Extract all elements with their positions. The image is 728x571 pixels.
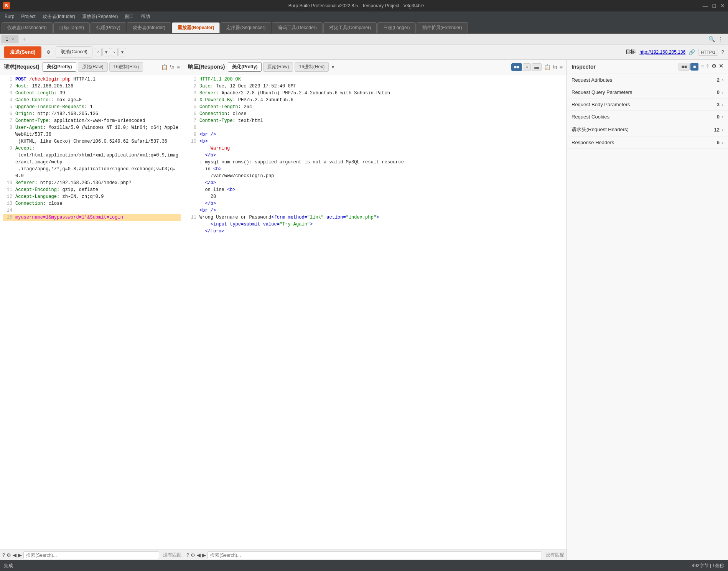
menu-tab-icon[interactable]: ⋮ (718, 36, 723, 42)
response-tab-hex[interactable]: 16进制(Hex) (295, 62, 329, 72)
settings-icon-button[interactable]: ⚙ (44, 48, 53, 56)
response-search-input[interactable] (208, 551, 542, 559)
inspector-view-btn-1[interactable]: ■■ (679, 63, 690, 71)
link-icon[interactable]: 🔗 (688, 49, 695, 55)
inspector-row-request-query[interactable]: Request Query Parameters 0 › (567, 86, 728, 99)
request-tab-pretty[interactable]: 美化(Pretty) (43, 62, 76, 72)
menu-help[interactable]: 帮助 (138, 12, 153, 21)
send-button[interactable]: 发送(Send) (4, 46, 41, 58)
response-footer-settings-icon[interactable]: ⚙ (191, 552, 195, 558)
resp-line-10k: <br /> (187, 207, 563, 214)
search-tab-icon[interactable]: 🔍 (708, 36, 715, 42)
inspector-view-btn-2[interactable]: ■ (690, 63, 698, 71)
nav-prev-button[interactable]: ‹ (95, 48, 102, 56)
inspector-count-2: 3 (717, 102, 720, 107)
tab-comparer[interactable]: 对比工具(Comparer) (323, 22, 377, 33)
target-label: 目标: (626, 49, 636, 55)
maximize-button[interactable]: □ (713, 3, 716, 9)
inspector-count-5: 6 (717, 140, 720, 145)
response-tab-pretty[interactable]: 美化(Pretty) (228, 62, 262, 72)
resp-line-7: 7 Content-Type: text/html (187, 117, 563, 124)
inspector-panel: Inspector ■■ ■ ≡ ÷ ⚙ ✕ Request Attribute… (567, 60, 728, 560)
inspector-icons: ■■ ■ ≡ ÷ ⚙ ✕ (679, 63, 723, 71)
inspector-split-icon[interactable]: ÷ (706, 63, 709, 71)
request-newline-icon[interactable]: \n (170, 64, 175, 70)
response-footer-help-icon[interactable]: ? (186, 552, 189, 558)
view-btn-split[interactable]: ■■ (511, 63, 522, 71)
nav-next-button[interactable]: › (111, 48, 118, 56)
response-title: 响应(Respons) (188, 64, 225, 71)
request-search-input[interactable] (23, 551, 159, 559)
close-tab-icon[interactable]: ✕ (11, 37, 14, 41)
inspector-label-request-query: Request Query Parameters (572, 89, 632, 95)
minimize-button[interactable]: — (703, 3, 708, 9)
response-newline-icon[interactable]: \n (553, 64, 557, 70)
inspector-close-icon[interactable]: ✕ (719, 63, 723, 71)
response-footer-next-icon[interactable]: ▶ (202, 552, 206, 558)
inspector-count-1: 0 (717, 89, 720, 95)
request-code-area[interactable]: 1 POST /checklogin.php HTTP/1.1 2 Host: … (0, 74, 184, 550)
menu-burp[interactable]: Burp (2, 13, 17, 20)
resp-line-9: 9 <br /> (187, 131, 563, 138)
request-footer-help-icon[interactable]: ? (2, 552, 5, 558)
inspector-label-request-cookies: Request Cookies (572, 114, 609, 120)
request-footer-settings-icon[interactable]: ⚙ (7, 552, 11, 558)
req-line-2: 2 Host: 192.168.205.136 (3, 83, 181, 90)
inspector-row-request-headers[interactable]: 请求头(Request Headers) 12 › (567, 123, 728, 137)
response-tab-raw[interactable]: 原始(Raw) (263, 62, 293, 72)
tab-target[interactable]: 目标(Target) (53, 22, 90, 33)
response-footer-prev-icon[interactable]: ◀ (197, 552, 201, 558)
req-line-3: 3 Content-Length: 39 (3, 90, 181, 97)
status-left: 完成 (4, 563, 13, 569)
response-tab-dropdown-icon[interactable]: ▾ (330, 64, 336, 70)
tab-repeater[interactable]: 重放器(Repeater) (172, 22, 220, 33)
add-tab-button[interactable]: + (20, 36, 28, 43)
help-icon[interactable]: ? (721, 49, 724, 55)
request-footer-next-icon[interactable]: ▶ (18, 552, 22, 558)
inspector-list-icon[interactable]: ≡ (701, 63, 704, 71)
inspector-settings-icon[interactable]: ⚙ (712, 63, 716, 71)
repeater-tab-1[interactable]: 1 ✕ (2, 35, 18, 43)
request-footer-prev-icon[interactable]: ◀ (13, 552, 16, 558)
menu-window[interactable]: 窗口 (122, 12, 137, 21)
inspector-row-request-cookies[interactable]: Request Cookies 0 › (567, 111, 728, 123)
resp-line-11b: <input type=submit value="Try Again"> (187, 221, 563, 228)
cancel-button[interactable]: 取消(Cancel) (56, 46, 92, 58)
title-right[interactable]: — □ ✕ (703, 3, 725, 9)
inspector-row-request-body[interactable]: Request Body Parameters 3 › (567, 99, 728, 111)
tab-decoder[interactable]: 编码工具(Decoder) (272, 22, 322, 33)
inspector-count-0: 2 (717, 77, 720, 83)
response-copy-icon[interactable]: 📋 (544, 64, 550, 70)
view-toggle: ■■ ≡ ▬ (511, 63, 542, 71)
request-menu-icon[interactable]: ≡ (177, 64, 180, 70)
title-bar: B Burp Suite Professional v2022.8.5 - Te… (0, 0, 728, 12)
menu-intruder[interactable]: 攻击者(Intruder) (40, 12, 78, 21)
view-btn-block[interactable]: ▬ (532, 63, 542, 71)
tab-sequencer[interactable]: 定序器(Sequencer) (221, 22, 271, 33)
tab-logger[interactable]: 日志(Logger) (377, 22, 415, 33)
tab-intruder[interactable]: 攻击者(Intruder) (127, 22, 171, 33)
request-copy-icon[interactable]: 📋 (161, 64, 168, 70)
response-menu-icon[interactable]: ≡ (560, 64, 563, 70)
inspector-right-1: 0 › (717, 89, 723, 95)
request-tab-raw[interactable]: 原始(Raw) (78, 62, 108, 72)
title-left: B (3, 2, 10, 9)
nav-down-button[interactable]: ▾ (102, 48, 110, 56)
close-button[interactable]: ✕ (720, 3, 725, 9)
response-code-area[interactable]: 1 HTTP/1.1 200 OK 2 Date: Tue, 12 Dec 20… (184, 74, 567, 550)
menu-repeater[interactable]: 重放器(Repeater) (79, 12, 121, 21)
tab-proxy[interactable]: 代理(Proxy) (91, 22, 126, 33)
menu-project[interactable]: Project (18, 13, 38, 20)
view-btn-list[interactable]: ≡ (523, 63, 531, 71)
main-content: 请求(Request) 美化(Pretty) 原始(Raw) 16进制(Hex)… (0, 60, 728, 560)
tab-extender[interactable]: 插件扩展(Extender) (417, 22, 468, 33)
request-tab-hex[interactable]: 16进制(Hex) (109, 62, 143, 72)
target-url[interactable]: http://192.168.205.136 (639, 49, 685, 55)
inspector-row-response-headers[interactable]: Response Headers 6 › (567, 137, 728, 149)
request-title: 请求(Request) (4, 64, 40, 71)
resp-line-10: 10 <b> (187, 138, 563, 145)
resp-line-1: 1 HTTP/1.1 200 OK (187, 76, 563, 83)
nav-down2-button[interactable]: ▾ (119, 48, 126, 56)
inspector-row-request-attributes[interactable]: Request Attributes 2 › (567, 74, 728, 86)
tab-dashboard[interactable]: 仪表盘(Dashboard) (2, 22, 53, 33)
